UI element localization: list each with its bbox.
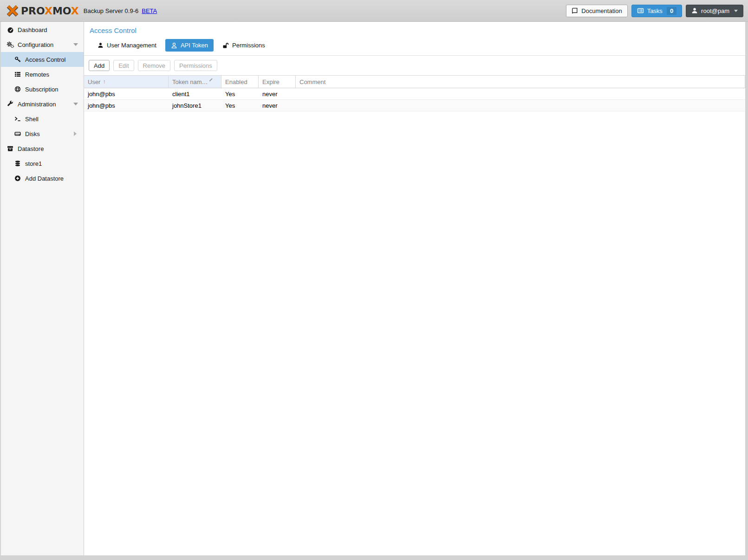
logo-wordmark: PROXMOX	[21, 5, 79, 17]
tab-bar: User Management API Token	[84, 36, 745, 56]
sidebar-item-store1[interactable]: store1	[1, 156, 84, 171]
sidebar-item-remotes[interactable]: Remotes	[1, 67, 84, 82]
sidebar-item-disks[interactable]: Disks	[1, 126, 84, 141]
table-empty-area	[84, 111, 745, 555]
documentation-button[interactable]: Documentation	[566, 5, 627, 17]
sidebar-item-dashboard[interactable]: Dashboard	[1, 22, 84, 37]
sidebar-item-configuration[interactable]: Configuration	[1, 37, 84, 52]
column-header-user[interactable]: User ↑	[84, 76, 169, 88]
column-header-expire[interactable]: Expire	[259, 76, 296, 88]
api-token-table: User ↑ Token nam… Enabled Expire Comment	[84, 75, 745, 555]
sidebar-nav: Dashboard Configuration	[1, 22, 84, 555]
user-outline-icon	[171, 42, 177, 49]
sidebar-item-add-datastore[interactable]: Add Datastore	[1, 171, 84, 186]
terminal-icon	[13, 116, 22, 122]
key-icon	[13, 56, 22, 63]
archive-box-icon	[6, 145, 14, 152]
column-header-enabled[interactable]: Enabled	[221, 76, 259, 88]
permissions-button[interactable]: Permissions	[174, 60, 217, 71]
add-button[interactable]: Add	[89, 60, 110, 71]
main-layout: Dashboard Configuration	[0, 22, 748, 555]
plus-circle-icon	[13, 175, 22, 182]
user-menu-button[interactable]: root@pam	[686, 5, 743, 17]
edit-button[interactable]: Edit	[113, 60, 134, 71]
sort-asc-icon: ↑	[103, 78, 105, 85]
topbar-actions: Documentation Tasks 0 root@pam	[566, 5, 743, 17]
chevron-right-icon[interactable]	[74, 131, 79, 136]
tasks-count-badge: 0	[667, 7, 676, 15]
table-row[interactable]: john@pbs client1 Yes never	[84, 88, 745, 100]
database-icon	[13, 160, 22, 167]
proxmox-x-icon	[6, 5, 20, 17]
hard-disk-icon	[13, 130, 22, 137]
chevron-down-icon[interactable]	[73, 103, 78, 108]
dashboard-icon	[6, 26, 14, 33]
user-icon	[691, 7, 698, 14]
product-title: Backup Server 0.9-6	[84, 7, 139, 14]
page-title: Access Control	[84, 22, 745, 36]
secondary-sort-icon	[209, 78, 212, 82]
remove-button[interactable]: Remove	[138, 60, 170, 71]
tab-user-management[interactable]: User Management	[92, 39, 162, 52]
sidebar-item-administration[interactable]: Administration	[1, 97, 84, 111]
unlock-icon	[222, 42, 229, 49]
tasks-button[interactable]: Tasks 0	[631, 5, 682, 17]
support-icon	[13, 86, 22, 92]
list-icon	[13, 71, 22, 78]
table-row[interactable]: john@pbs johnStore1 Yes never	[84, 100, 745, 111]
beta-link[interactable]: BETA	[142, 7, 157, 14]
sidebar-item-subscription[interactable]: Subscription	[1, 82, 84, 97]
chevron-down-icon[interactable]	[73, 43, 78, 48]
sidebar-item-datastore[interactable]: Datastore	[1, 141, 84, 156]
proxmox-logo: PROXMOX	[6, 5, 79, 17]
content-panel: Access Control User Management	[84, 22, 745, 555]
table-header: User ↑ Token nam… Enabled Expire Comment	[84, 75, 745, 88]
tab-permissions[interactable]: Permissions	[217, 39, 271, 52]
chevron-down-icon	[734, 10, 738, 14]
wrench-icon	[6, 101, 14, 107]
gears-icon	[6, 41, 14, 48]
top-header: PROXMOX Backup Server 0.9-6 BETA Documen…	[0, 0, 748, 22]
sidebar-item-access-control[interactable]: Access Control	[1, 52, 84, 67]
user-icon	[98, 42, 104, 48]
grid-toolbar: Add Edit Remove Permissions	[84, 56, 745, 75]
book-icon	[572, 7, 578, 14]
tasks-list-icon	[637, 7, 644, 14]
tab-api-token[interactable]: API Token	[165, 39, 214, 52]
column-header-comment[interactable]: Comment	[296, 76, 745, 88]
column-header-token-name[interactable]: Token nam…	[169, 76, 221, 88]
sidebar-item-shell[interactable]: Shell	[1, 111, 84, 126]
